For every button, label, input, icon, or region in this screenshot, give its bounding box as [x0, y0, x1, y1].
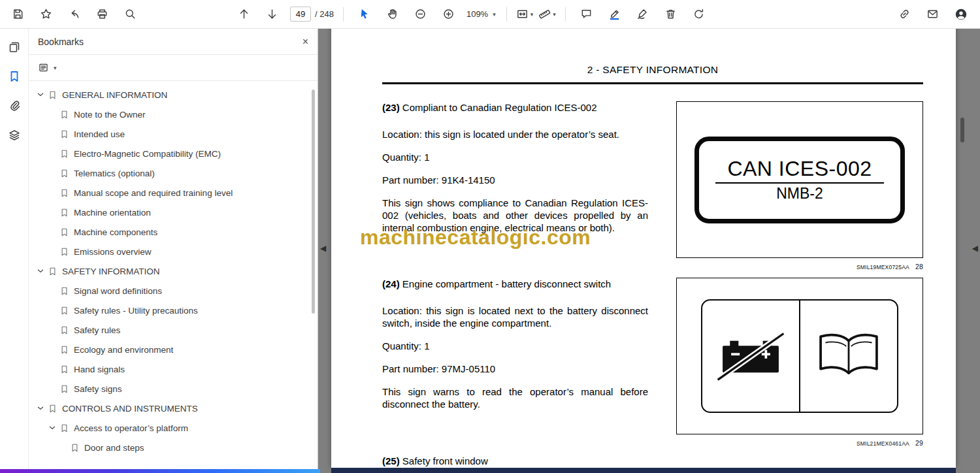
bookmark-item[interactable]: Safety rules - Utility precautions — [29, 301, 318, 320]
bookmark-item-label: Door and steps — [84, 443, 144, 453]
bookmark-item[interactable]: CONTROLS AND INSTRUMENTS — [29, 399, 318, 418]
zoom-in-button[interactable] — [437, 3, 459, 25]
header-rule — [382, 82, 923, 84]
bookmarks-panel-button[interactable] — [5, 67, 24, 86]
highlight-button[interactable] — [603, 3, 625, 25]
crossed-battery-icon — [714, 329, 787, 383]
watermark-text: machinecatalogic.com — [360, 225, 591, 250]
bookmark-item[interactable]: SAFETY INFORMATION — [29, 261, 318, 281]
can-ices-line2: NMB-2 — [776, 186, 823, 201]
bookmark-item-label: Note to the Owner — [74, 110, 146, 120]
search-button[interactable] — [120, 3, 142, 25]
previous-page-button[interactable] — [233, 3, 255, 25]
section-title: Compliant to Canadian Regulation ICES-00… — [400, 102, 597, 113]
bookmark-icon — [59, 129, 69, 139]
bookmark-item[interactable]: Emissions overview — [29, 242, 318, 261]
chevron-down-icon[interactable] — [34, 404, 47, 413]
bookmark-item[interactable]: Machine components — [29, 222, 318, 242]
bookmarks-tree: GENERAL INFORMATIONNote to the OwnerInte… — [29, 81, 318, 469]
pages-panel-button[interactable] — [5, 37, 24, 57]
account-button[interactable] — [950, 3, 972, 25]
bookmark-icon — [47, 267, 57, 276]
page-up-icon — [238, 8, 250, 20]
document-scrollbar[interactable] — [960, 118, 964, 142]
save-button[interactable] — [7, 3, 29, 25]
layers-panel-button[interactable] — [5, 125, 24, 145]
part-number-line: Part number: 97MJ-05110 — [382, 363, 648, 375]
section-number: (25) — [382, 455, 400, 466]
bookmark-item[interactable]: Intended use — [29, 124, 318, 144]
bookmarks-options-row: ▾ — [29, 55, 318, 81]
page-header: 2 - SAFETY INFORMATION — [382, 64, 923, 76]
bookmark-item[interactable]: Access to operator’s platform — [29, 418, 318, 438]
measure-tool-button[interactable]: ▾ — [538, 8, 556, 20]
bookmark-item-label: Safety rules — [74, 325, 120, 335]
star-button[interactable] — [35, 3, 57, 25]
bookmark-icon — [59, 325, 69, 335]
email-button[interactable] — [922, 3, 944, 25]
location-line: Location: this sign is located under the… — [382, 128, 648, 140]
page-number-input[interactable] — [290, 7, 311, 22]
bookmark-icon — [59, 306, 69, 316]
bookmark-item[interactable]: Note to the Owner — [29, 105, 318, 124]
bookmark-item[interactable]: Manual scope and required training level — [29, 183, 318, 203]
hand-tool-button[interactable] — [381, 3, 403, 25]
bookmark-item-label: Machine orientation — [74, 208, 151, 218]
figure-caption: SMIL19MEX0725AA 28 — [676, 263, 923, 270]
chevron-down-icon[interactable] — [34, 90, 47, 99]
bookmark-icon — [59, 149, 69, 159]
panel-title: Bookmarks — [38, 37, 84, 47]
attachments-panel-button[interactable] — [5, 96, 24, 116]
bookmarks-panel: Bookmarks × ▾ GENERAL INFORMATIONNote to… — [29, 29, 318, 469]
figure-code: SMIL21MEX0461AA — [857, 440, 909, 447]
bookmark-icon — [59, 423, 69, 433]
sign-button[interactable] — [631, 3, 653, 25]
battery-cell — [702, 301, 800, 412]
bookmark-item[interactable]: Hand signals — [29, 359, 318, 379]
bookmark-item[interactable]: Safety rules — [29, 320, 318, 340]
bookmark-item[interactable]: Safety signs — [29, 379, 318, 399]
figure-caption: SMIL21MEX0461AA 29 — [676, 439, 923, 447]
collapse-right-icon[interactable]: ◀ — [972, 244, 978, 252]
figure-can-ices: CAN ICES-002 NMB-2 — [676, 101, 923, 258]
fit-width-button[interactable]: ▾ — [516, 8, 534, 20]
print-button[interactable] — [91, 3, 114, 25]
chevron-down-icon[interactable] — [46, 423, 59, 432]
select-tool-button[interactable] — [353, 3, 375, 25]
bookmark-options-button[interactable]: ▾ — [38, 62, 57, 73]
bookmark-item-label: Safety rules - Utility precautions — [74, 306, 198, 316]
bookmark-item[interactable]: Ecology and environment — [29, 340, 318, 359]
bookmark-item-label: Emissions overview — [74, 247, 152, 257]
body-paragraph: This sign warns to read the operator’s m… — [382, 385, 648, 410]
bookmark-item[interactable]: Signal word definitions — [29, 281, 318, 301]
label-divider-line — [715, 182, 884, 184]
collapse-panel-icon[interactable]: ◀ — [320, 244, 326, 252]
zoom-out-icon — [414, 8, 427, 20]
share-button[interactable] — [63, 3, 86, 25]
next-page-button[interactable] — [261, 3, 284, 25]
panel-scrollbar[interactable] — [312, 90, 315, 314]
zoom-level-dropdown[interactable]: 109% ▾ — [466, 9, 496, 19]
manual-cell — [800, 301, 897, 412]
link-button[interactable] — [894, 3, 916, 25]
section-title: Safety front window — [400, 455, 488, 466]
bookmark-item[interactable]: Door and steps — [29, 438, 318, 457]
section-heading: (23) Compliant to Canadian Regulation IC… — [382, 101, 648, 114]
bookmarks-icon — [8, 70, 21, 83]
bookmark-item-label: CONTROLS AND INSTRUMENTS — [62, 404, 198, 414]
toolbar-divider — [343, 7, 344, 22]
page-down-icon — [266, 8, 278, 20]
bookmark-item[interactable]: Machine orientation — [29, 203, 318, 222]
bookmark-item[interactable]: Electro-Magnetic Compatibility (EMC) — [29, 144, 318, 163]
comment-button[interactable] — [575, 3, 597, 25]
chevron-down-icon[interactable] — [34, 267, 47, 276]
bookmark-icon — [59, 247, 69, 257]
account-avatar-icon — [955, 8, 968, 21]
bookmark-item[interactable]: Telematics (optional) — [29, 163, 318, 183]
battery-warning-sign — [701, 299, 898, 413]
delete-button[interactable] — [659, 3, 681, 25]
rotate-button[interactable] — [687, 3, 710, 25]
zoom-out-button[interactable] — [409, 3, 431, 25]
bookmark-item[interactable]: GENERAL INFORMATION — [29, 85, 318, 105]
close-icon[interactable]: × — [302, 37, 308, 47]
